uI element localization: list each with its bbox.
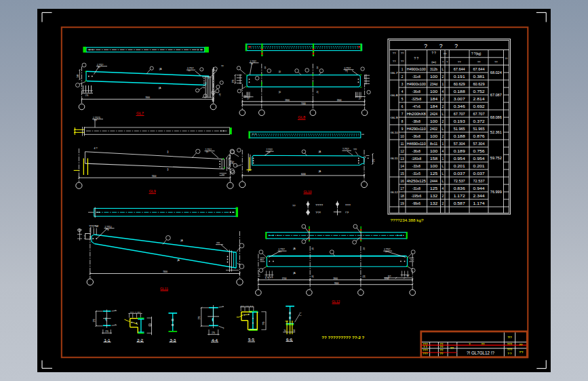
svg-text:51.965: 51.965	[454, 127, 465, 131]
svg-text:-47x6: -47x6	[412, 105, 420, 108]
svg-text:10: 10	[400, 135, 404, 138]
svg-text:16: 16	[400, 180, 404, 183]
svg-text:4: 4	[442, 90, 444, 94]
svg-text:-195x6: -195x6	[411, 195, 421, 198]
svg-text:100: 100	[430, 90, 437, 94]
svg-text:2|: 2|	[363, 247, 365, 250]
svg-text:67.707: 67.707	[473, 113, 485, 116]
svg-text:1900: 1900	[285, 99, 290, 102]
svg-text:1900: 1900	[333, 277, 338, 280]
svg-text:3.007: 3.007	[454, 98, 465, 101]
svg-text:0.372: 0.372	[473, 120, 485, 123]
svg-text:|0: |0	[279, 71, 281, 73]
svg-text:2?0: 2?0	[372, 159, 375, 162]
svg-text:H4900x100: H4900x100	[407, 68, 426, 71]
svg-text:1: 1	[442, 83, 444, 86]
svg-text:???: ???	[507, 348, 513, 351]
svg-text:? ?: ? ?	[431, 52, 436, 55]
svg-text:11: 11	[401, 142, 404, 146]
svg-text:GL12: GL12	[391, 190, 399, 194]
svg-text:18: 18	[400, 195, 404, 198]
svg-text:L: L	[442, 172, 444, 176]
svg-text:57.304: 57.304	[454, 142, 465, 146]
svg-text:67.644: 67.644	[454, 68, 465, 71]
svg-text:0.189: 0.189	[454, 150, 465, 153]
svg-text:|): |)	[167, 151, 168, 153]
svg-text:??: ??	[300, 315, 302, 317]
svg-text:-33x8: -33x8	[412, 165, 420, 168]
svg-text:184: 184	[430, 105, 437, 108]
svg-text:2.814: 2.814	[473, 98, 485, 101]
svg-text:2: 2	[442, 195, 444, 198]
svg-text:132: 132	[430, 195, 437, 198]
svg-text:?|': ?|'	[219, 94, 222, 96]
svg-text:??: ??	[393, 60, 396, 63]
svg-text:2: 2	[442, 202, 444, 205]
svg-text:5: 5	[401, 98, 404, 101]
svg-text:1: 1	[401, 68, 404, 71]
svg-text:2444: 2444	[430, 180, 437, 183]
svg-text:2-2: 2-2	[137, 339, 144, 342]
svg-text:15: 15	[400, 172, 404, 176]
svg-text:1?0: 1?0	[85, 94, 89, 97]
svg-text:2424: 2424	[430, 113, 437, 116]
svg-text:1.174: 1.174	[473, 202, 485, 205]
svg-text:52.361: 52.361	[490, 131, 502, 134]
svg-text:???: ???	[353, 148, 357, 151]
svg-text:-31x5: -31x5	[412, 172, 420, 176]
svg-text:2: 2	[401, 75, 404, 79]
svg-text:0.381: 0.381	[473, 75, 485, 79]
svg-text:68.086: 68.086	[490, 116, 502, 119]
svg-text:19: 19	[400, 202, 404, 205]
svg-text:0.954: 0.954	[454, 157, 465, 161]
svg-text:??: ??	[188, 70, 191, 73]
svg-text:GL10: GL10	[391, 131, 399, 134]
svg-text:GL11: GL11	[391, 157, 399, 160]
svg-text:?0,4,2?: ?0,4,2?	[130, 311, 142, 313]
svg-text:4: 4	[401, 90, 404, 94]
svg-text:4 ?: 4 ?	[94, 147, 98, 150]
svg-text:??: ??	[450, 346, 454, 350]
svg-text:6-6: 6-6	[286, 338, 293, 342]
svg-text:-38x8: -38x8	[412, 120, 420, 123]
svg-text:L: L	[442, 180, 444, 183]
svg-text:??: ??	[505, 58, 508, 60]
svg-text:??: ??	[221, 65, 224, 68]
svg-text:|A: |A	[177, 259, 180, 262]
svg-text:??: ??	[477, 60, 481, 64]
svg-text:-99x6: -99x6	[412, 202, 420, 205]
svg-text:4: 4	[442, 187, 444, 190]
svg-text:? ?: ? ?	[508, 352, 513, 355]
svg-text:??: ??	[458, 60, 461, 64]
svg-text:!?: !?	[345, 211, 349, 214]
svg-text:-36x8: -36x8	[412, 135, 420, 138]
svg-text:0.876: 0.876	[473, 135, 485, 138]
svg-text:0.587: 0.587	[454, 202, 465, 205]
svg-text:1-1: 1-1	[104, 339, 111, 342]
svg-text:-36x8: -36x8	[412, 90, 420, 94]
svg-text:2.344: 2.344	[473, 195, 485, 198]
svg-text:13: 13	[400, 157, 404, 161]
svg-text:0.346: 0.346	[454, 105, 465, 108]
svg-text:?: ?	[223, 327, 224, 330]
svg-text:7: 7	[401, 113, 404, 116]
svg-text:=?: =?	[222, 305, 224, 307]
svg-text:0.188: 0.188	[454, 135, 465, 138]
svg-text:H4690x110: H4690x110	[407, 142, 426, 146]
svg-text:2402: 2402	[430, 127, 437, 131]
svg-text:1?0: 1?0	[105, 330, 109, 333]
svg-text:3-3: 3-3	[170, 339, 176, 342]
svg-text:125: 125	[430, 172, 437, 176]
svg-text:H4900x100: H4900x100	[407, 83, 426, 86]
svg-text:0.193: 0.193	[454, 120, 465, 123]
svg-text:0.756: 0.756	[473, 150, 485, 153]
svg-text:2: 2	[442, 98, 444, 101]
svg-text:???: ???	[507, 342, 513, 346]
svg-text:1?: 1?	[248, 98, 250, 100]
svg-text:59.752: 59.752	[490, 157, 502, 160]
svg-text:-31x8: -31x8	[412, 187, 420, 190]
svg-text:67.707: 67.707	[454, 113, 465, 116]
svg-text:??0: ??0	[262, 321, 265, 325]
svg-text:72.537: 72.537	[454, 180, 465, 183]
svg-text:??: ??	[401, 60, 404, 63]
